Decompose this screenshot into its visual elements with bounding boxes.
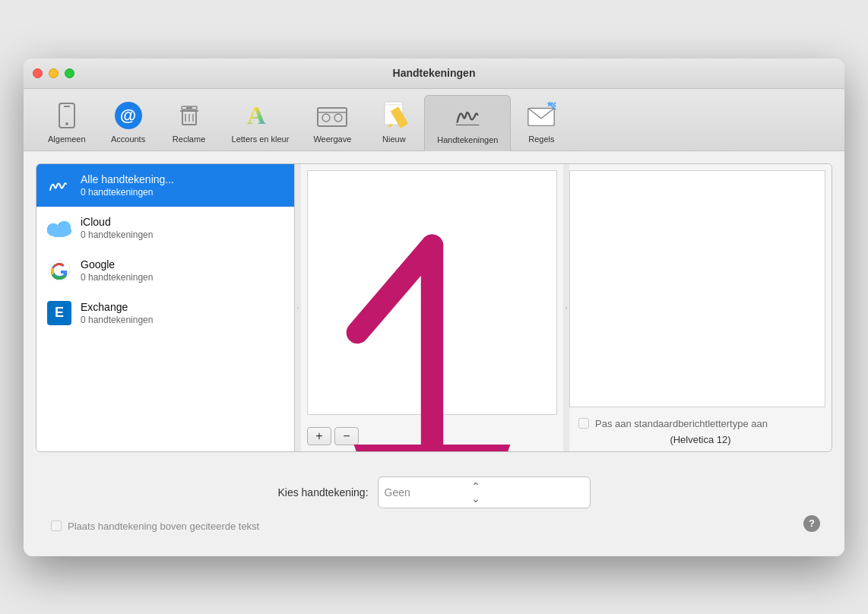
font-icon: A: [244, 100, 276, 131]
svg-text:A: A: [247, 100, 266, 129]
algemeen-label: Algemeen: [48, 135, 86, 144]
toolbar-item-reclame[interactable]: Reclame: [159, 95, 220, 150]
right-divider[interactable]: [563, 164, 569, 451]
regels-label: Regels: [528, 135, 554, 144]
place-checkbox-row: Plaats handtekening boven geciteerde tek…: [51, 521, 817, 532]
exchange-name: Exchange: [81, 300, 153, 314]
icloud-name: iCloud: [81, 215, 153, 229]
toolbar-item-letters[interactable]: A Letters en kleur: [220, 95, 302, 150]
signature-accounts-list: Alle handtekening... 0 handtekeningen: [36, 164, 295, 451]
accounts-label: Accounts: [111, 135, 145, 144]
toolbar-item-accounts[interactable]: @ Accounts: [98, 95, 159, 150]
left-divider[interactable]: [295, 164, 301, 451]
glasses-icon: [316, 100, 348, 131]
main-content: Alle handtekening... 0 handtekeningen: [24, 151, 844, 556]
exchange-count: 0 handtekeningen: [81, 315, 153, 325]
font-checkbox-row: Pas aan standaardberichtlettertype aan: [578, 418, 822, 429]
letters-label: Letters en kleur: [232, 135, 290, 144]
choose-signature-value: Geen: [385, 486, 410, 498]
svg-point-13: [322, 114, 330, 122]
add-signature-button[interactable]: +: [307, 427, 331, 445]
choose-signature-label: Kies handtekening:: [277, 486, 368, 498]
handtekeningen-label: Handtekeningen: [437, 135, 498, 144]
pink-arrow: [308, 171, 556, 452]
traffic-lights: [33, 68, 74, 78]
signature-list-area: [307, 170, 557, 415]
toolbar-item-regels[interactable]: Regels: [511, 95, 572, 150]
svg-line-23: [555, 102, 556, 103]
font-info: (Helvetica 12): [578, 434, 822, 445]
svg-point-29: [48, 223, 59, 234]
list-item-all[interactable]: Alle handtekening... 0 handtekeningen: [36, 164, 294, 207]
toolbar: Algemeen @ Accounts Recla: [24, 89, 844, 151]
signatures-panel: Alle handtekening... 0 handtekeningen: [36, 163, 832, 452]
signature-preview-panel: Pas aan standaardberichtlettertype aan (…: [569, 164, 832, 451]
stepper-icon: ⌃⌄: [471, 480, 480, 505]
window-title: Handtekeningen: [393, 67, 476, 79]
list-item-icloud[interactable]: iCloud 0 handtekeningen: [36, 207, 294, 249]
list-item-google[interactable]: Google 0 handtekeningen: [36, 249, 294, 292]
toolbar-item-handtekeningen[interactable]: Handtekeningen: [424, 95, 511, 151]
bottom-section: Kies handtekening: Geen ⌃⌄ Plaats handte…: [36, 464, 832, 544]
svg-point-14: [334, 114, 342, 122]
signature-controls: + −: [301, 421, 563, 451]
font-checkbox[interactable]: [578, 418, 589, 429]
signature-options: Pas aan standaardberichtlettertype aan (…: [569, 413, 832, 451]
choose-signature-select[interactable]: Geen ⌃⌄: [378, 476, 591, 508]
list-item-exchange[interactable]: E Exchange 0 handtekeningen: [36, 292, 294, 334]
svg-line-34: [357, 245, 432, 332]
phone-icon: [51, 100, 83, 131]
toolbar-item-weergave[interactable]: Weergave: [301, 95, 363, 150]
all-signatures-icon: [46, 172, 73, 199]
all-signatures-name: Alle handtekening...: [81, 172, 174, 186]
help-button[interactable]: ?: [803, 515, 820, 532]
font-checkbox-label: Pas aan standaardberichtlettertype aan: [595, 418, 768, 429]
nieuw-label: Nieuw: [382, 135, 406, 144]
minimize-button[interactable]: [49, 68, 59, 78]
icloud-count: 0 handtekeningen: [81, 229, 153, 240]
place-signature-label: Plaats handtekening boven geciteerde tek…: [68, 521, 259, 532]
titlebar: Handtekeningen: [24, 59, 844, 89]
trash-icon: [173, 100, 205, 131]
reclame-label: Reclame: [173, 135, 205, 144]
signature-icon: [451, 100, 483, 132]
signature-list-panel: + −: [301, 164, 563, 451]
accounts-icon-circle: @: [115, 102, 142, 129]
toolbar-item-algemeen[interactable]: Algemeen: [36, 95, 98, 150]
at-icon: @: [112, 100, 144, 131]
google-name: Google: [81, 258, 153, 271]
main-window: Handtekeningen Algemeen @ Accounts: [24, 59, 844, 556]
place-signature-checkbox[interactable]: [51, 521, 62, 531]
signature-preview-area: [569, 170, 825, 407]
weergave-label: Weergave: [313, 135, 351, 144]
choose-signature-row: Kies handtekening: Geen ⌃⌄: [51, 476, 817, 508]
icloud-icon: [46, 214, 73, 242]
pencil-icon: [378, 100, 410, 131]
svg-point-30: [59, 221, 71, 233]
all-signatures-count: 0 handtekeningen: [81, 187, 174, 198]
envelope-icon: [525, 100, 557, 131]
remove-signature-button[interactable]: −: [334, 427, 359, 445]
google-count: 0 handtekeningen: [81, 272, 153, 283]
close-button[interactable]: [33, 68, 43, 78]
maximize-button[interactable]: [65, 68, 74, 78]
svg-point-2: [65, 122, 68, 125]
toolbar-item-nieuw[interactable]: Nieuw: [363, 95, 424, 150]
google-icon: [46, 257, 73, 284]
exchange-icon: E: [46, 299, 73, 327]
